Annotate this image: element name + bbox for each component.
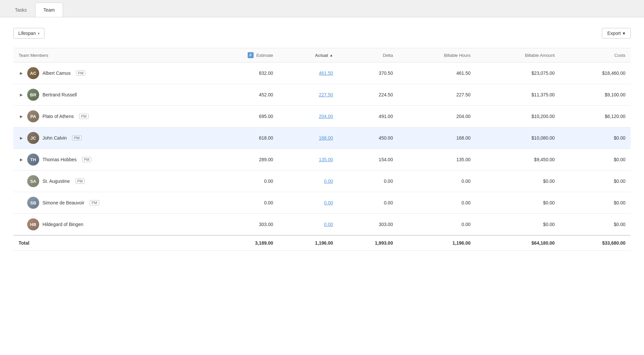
actual-link[interactable]: 0.00 — [324, 222, 333, 227]
toolbar: Lifespan ▾ Export ▾ — [13, 28, 631, 39]
cell-delta: 0.00 — [338, 171, 398, 192]
total-billable-hours: 1,196.00 — [398, 235, 476, 251]
th-team-members-label: Team Members — [19, 53, 48, 58]
cell-estimate: 0.00 — [203, 171, 278, 192]
actual-link[interactable]: 168.00 — [319, 135, 333, 141]
table-row: SASt. AugustinePM0.000.000.000.00$0.00$0… — [13, 171, 631, 192]
avatar: JC — [27, 132, 39, 144]
cell-costs: $0.00 — [560, 149, 631, 171]
actual-link[interactable]: 204.00 — [319, 114, 333, 119]
table-header: Team Members F Estimate Actual ▲ — [13, 48, 631, 62]
cell-actual[interactable]: 227.50 — [279, 84, 339, 106]
cell-estimate: 618.00 — [203, 127, 278, 149]
cell-costs: $18,460.00 — [560, 62, 631, 84]
cell-billable-hours: 135.00 — [398, 149, 476, 171]
cell-delta: 303.00 — [338, 214, 398, 236]
cell-name: ▶JCJohn CalvinPM — [13, 127, 203, 149]
cell-delta: 450.00 — [338, 127, 398, 149]
cell-costs: $0.00 — [560, 192, 631, 214]
total-delta: 1,993.00 — [338, 235, 398, 251]
actual-link[interactable]: 135.00 — [319, 157, 333, 162]
th-billable-hours-label: Billable Hours — [444, 53, 470, 58]
actual-link[interactable]: 227.50 — [319, 92, 333, 97]
avatar: TH — [27, 154, 39, 166]
expand-button[interactable]: ▶ — [19, 135, 24, 141]
total-billable-amount: $64,180.00 — [476, 235, 560, 251]
cell-billable-amount: $10,200.00 — [476, 106, 560, 127]
member-name: Hildegard of Bingen — [42, 222, 83, 227]
th-team-members: Team Members — [13, 48, 203, 62]
cell-actual[interactable]: 135.00 — [279, 149, 339, 171]
cell-name: ▶BRBertrand Russell — [13, 84, 203, 106]
cell-actual[interactable]: 0.00 — [279, 171, 339, 192]
th-costs: Costs — [560, 48, 631, 62]
lifespan-dropdown[interactable]: Lifespan ▾ — [13, 28, 44, 39]
cell-billable-hours: 168.00 — [398, 127, 476, 149]
member-name: Simone de Beauvoir — [42, 200, 84, 205]
team-table: Team Members F Estimate Actual ▲ — [13, 48, 631, 251]
pm-badge: PM — [76, 70, 86, 76]
avatar: SA — [27, 175, 39, 187]
member-name: Plato of Athens — [42, 114, 74, 119]
cell-delta: 370.50 — [338, 62, 398, 84]
actual-link[interactable]: 0.00 — [324, 200, 333, 205]
th-costs-label: Costs — [614, 53, 625, 58]
th-billable-hours: Billable Hours — [398, 48, 476, 62]
avatar: AC — [27, 67, 39, 79]
avatar: SB — [27, 197, 39, 209]
cell-costs: $0.00 — [560, 127, 631, 149]
sort-arrow-icon: ▲ — [329, 53, 333, 57]
cell-billable-hours: 461.50 — [398, 62, 476, 84]
cell-name: HBHildegard of Bingen — [13, 214, 203, 236]
cell-actual[interactable]: 204.00 — [279, 106, 339, 127]
cell-billable-hours: 204.00 — [398, 106, 476, 127]
cell-estimate: 0.00 — [203, 192, 278, 214]
avatar: HB — [27, 218, 39, 230]
tab-team-label: Team — [43, 7, 55, 13]
member-name: Albert Camus — [42, 70, 71, 76]
cell-actual[interactable]: 461.50 — [279, 62, 339, 84]
cell-billable-hours: 0.00 — [398, 214, 476, 236]
total-estimate: 3,189.00 — [203, 235, 278, 251]
toolbar-left: Lifespan ▾ — [13, 28, 44, 39]
th-estimate-label: Estimate — [256, 53, 273, 58]
cell-name: SBSimone de BeauvoirPM — [13, 192, 203, 214]
cell-estimate: 289.00 — [203, 149, 278, 171]
expand-button[interactable]: ▶ — [19, 114, 24, 119]
table-header-row: Team Members F Estimate Actual ▲ — [13, 48, 631, 62]
expand-button[interactable]: ▶ — [19, 70, 24, 76]
expand-button[interactable]: ▶ — [19, 92, 24, 97]
pm-badge: PM — [79, 114, 89, 119]
table-body: ▶ACAlbert CamusPM832.00461.50370.50461.5… — [13, 62, 631, 251]
member-name: St. Augustine — [42, 178, 70, 184]
export-button[interactable]: Export ▾ — [602, 28, 631, 39]
actual-link[interactable]: 461.50 — [319, 70, 333, 76]
expand-button[interactable]: ▶ — [19, 157, 24, 162]
pm-badge: PM — [82, 157, 92, 162]
th-billable-amount-label: Billable Amount — [525, 53, 555, 58]
table-row: ▶THThomas HobbesPM289.00135.00154.00135.… — [13, 149, 631, 171]
cell-delta: 0.00 — [338, 192, 398, 214]
tab-tasks[interactable]: Tasks — [7, 3, 35, 17]
cell-billable-amount: $10,080.00 — [476, 127, 560, 149]
member-name: John Calvin — [42, 135, 67, 141]
actual-link[interactable]: 0.00 — [324, 178, 333, 184]
cell-actual[interactable]: 168.00 — [279, 127, 339, 149]
table-row: SBSimone de BeauvoirPM0.000.000.000.00$0… — [13, 192, 631, 214]
th-actual-label: Actual — [315, 53, 328, 58]
member-name: Bertrand Russell — [42, 92, 77, 97]
cell-name: SASt. AugustinePM — [13, 171, 203, 192]
cell-billable-amount: $9,450.00 — [476, 149, 560, 171]
th-actual[interactable]: Actual ▲ — [279, 48, 339, 62]
tab-tasks-label: Tasks — [15, 7, 27, 13]
tab-team[interactable]: Team — [35, 3, 63, 17]
cell-actual[interactable]: 0.00 — [279, 192, 339, 214]
pm-badge: PM — [90, 200, 99, 205]
th-delta-label: Delta — [383, 53, 393, 58]
cell-costs: $0.00 — [560, 214, 631, 236]
cell-billable-amount: $23,075.00 — [476, 62, 560, 84]
cell-delta: 224.50 — [338, 84, 398, 106]
cell-actual[interactable]: 0.00 — [279, 214, 339, 236]
cell-costs: $0.00 — [560, 171, 631, 192]
avatar: BR — [27, 89, 39, 101]
